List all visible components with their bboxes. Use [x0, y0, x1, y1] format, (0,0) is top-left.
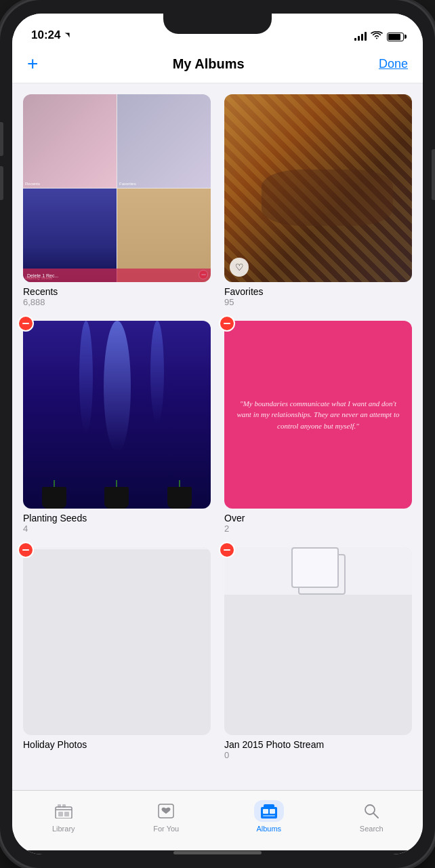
battery-icon	[387, 33, 404, 41]
album-thumb-favorites: ♡	[224, 94, 412, 282]
tab-label-for-you: For You	[153, 825, 179, 833]
album-count-jan-2015: 0	[224, 750, 412, 760]
album-item-over[interactable]: "My boundaries communicate what I want a…	[224, 321, 412, 534]
album-item-planting-seeds[interactable]: Planting Seeds 4	[23, 321, 211, 534]
status-icons	[354, 31, 404, 42]
album-name-over: Over	[224, 513, 412, 524]
tab-item-for-you[interactable]: For You	[115, 796, 218, 837]
delete-button-holiday-photos[interactable]	[18, 542, 34, 558]
over-quote-text: "My boundaries communicate what I want a…	[235, 398, 401, 432]
time-display: 10:24	[31, 28, 60, 42]
delete-button-planting-seeds[interactable]	[18, 315, 34, 332]
tab-bar: Library For You	[12, 790, 423, 850]
photo-stack-icon	[291, 547, 346, 595]
tab-label-library: Library	[52, 825, 75, 833]
svg-rect-8	[270, 809, 275, 814]
album-name-favorites: Favorites	[224, 286, 412, 297]
album-thumb-holiday-photos	[23, 547, 211, 735]
favorites-heart-badge: ♡	[230, 258, 249, 277]
svg-rect-9	[263, 815, 275, 816]
delete-button-jan-2015[interactable]	[219, 542, 235, 558]
albums-scroll-area[interactable]: Recents Favorites Planting Seeds	[12, 83, 423, 790]
album-name-planting-seeds: Planting Seeds	[23, 513, 211, 524]
album-thumb-jan-2015	[224, 547, 412, 735]
add-album-button[interactable]: +	[27, 54, 38, 73]
phone-screen: 10:24	[12, 14, 423, 854]
tab-item-search[interactable]: Search	[320, 796, 423, 837]
home-indicator	[12, 850, 423, 854]
album-thumb-over: "My boundaries communicate what I want a…	[224, 321, 412, 509]
album-item-recents[interactable]: Recents Favorites Planting Seeds	[23, 94, 211, 307]
album-count-recents: 6,888	[23, 297, 211, 307]
svg-rect-7	[263, 809, 268, 814]
album-name-jan-2015: Jan 2015 Photo Stream	[224, 739, 412, 750]
tab-label-search: Search	[360, 825, 384, 833]
svg-rect-1	[58, 804, 61, 808]
search-icon	[364, 804, 379, 818]
album-name-recents: Recents	[23, 286, 211, 297]
library-icon	[55, 804, 72, 818]
power-button[interactable]	[432, 149, 435, 200]
album-count-over: 2	[224, 524, 412, 534]
albums-grid: Recents Favorites Planting Seeds	[23, 94, 412, 760]
svg-rect-3	[58, 812, 63, 816]
volume-up-button[interactable]	[0, 122, 3, 156]
notch	[163, 14, 272, 34]
status-time: 10:24	[31, 28, 71, 42]
album-thumb-recents: Recents Favorites Planting Seeds	[23, 94, 211, 282]
album-item-jan-2015[interactable]: Jan 2015 Photo Stream 0	[224, 547, 412, 760]
album-name-holiday-photos: Holiday Photos	[23, 739, 211, 750]
header: + My Albums Done	[12, 47, 423, 83]
album-count-favorites: 95	[224, 297, 412, 307]
phone-frame: 10:24	[0, 0, 435, 868]
done-button[interactable]: Done	[379, 57, 408, 71]
location-icon	[63, 31, 71, 39]
svg-rect-0	[56, 807, 72, 818]
album-item-favorites[interactable]: ♡ Favorites 95	[224, 94, 412, 307]
delete-button-over[interactable]	[219, 315, 235, 332]
album-thumb-planting-seeds	[23, 321, 211, 509]
home-bar	[173, 851, 262, 854]
signal-icon	[354, 33, 367, 41]
albums-icon	[260, 804, 278, 818]
svg-rect-4	[64, 812, 69, 816]
wifi-icon	[371, 31, 383, 42]
album-item-holiday-photos[interactable]: Holiday Photos	[23, 547, 211, 760]
svg-line-11	[373, 813, 378, 818]
page-title: My Albums	[173, 56, 245, 72]
tab-item-albums[interactable]: Albums	[218, 796, 320, 837]
tab-item-library[interactable]: Library	[12, 796, 115, 837]
tab-label-albums: Albums	[256, 825, 281, 833]
svg-rect-2	[62, 804, 66, 808]
album-count-planting-seeds: 4	[23, 524, 211, 534]
for-you-icon	[158, 804, 174, 818]
volume-down-button[interactable]	[0, 166, 3, 200]
